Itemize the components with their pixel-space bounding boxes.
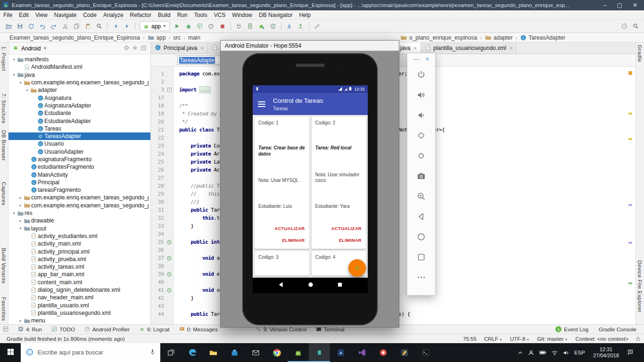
breadcrumb-item[interactable]: o_plano_enrique_espinosa: [400, 34, 477, 41]
android-emulator-icon[interactable]: [309, 343, 330, 362]
attach-icon[interactable]: [233, 21, 245, 32]
tree-item[interactable]: </>app_bar_main.xml: [8, 271, 150, 278]
network-icon[interactable]: [552, 350, 558, 355]
tree-item[interactable]: CtareasFragmento: [8, 186, 150, 194]
breadcrumb-item[interactable]: main: [188, 34, 200, 41]
copy-icon[interactable]: [71, 21, 82, 32]
tree-item[interactable]: CPrincipal: [8, 179, 150, 186]
project-view-selector[interactable]: Android: [21, 45, 41, 52]
paste-icon[interactable]: [82, 21, 93, 32]
breadcrumb-item[interactable]: CTareasAdapter: [520, 34, 565, 41]
tree-item[interactable]: CAsignatura: [8, 94, 150, 101]
people-icon[interactable]: [528, 350, 534, 356]
tool-window-button-android-profiler[interactable]: Android Profiler: [84, 326, 130, 333]
avd-icon[interactable]: [245, 21, 256, 32]
back-button[interactable]: [278, 281, 284, 289]
stripe-mark[interactable]: [628, 242, 632, 244]
emulator-screenshot-button[interactable]: [407, 166, 435, 186]
tree-expand-arrow-icon[interactable]: ▾: [11, 73, 17, 77]
run-icon[interactable]: [172, 21, 183, 32]
emulator-rotate-left-button[interactable]: [407, 125, 435, 146]
tree-item[interactable]: ▾java: [8, 71, 150, 79]
design-tool-icon[interactable]: [394, 343, 415, 362]
language-indicator[interactable]: ESP: [574, 350, 585, 355]
tree-item[interactable]: ▾manifests: [8, 56, 150, 63]
close-icon[interactable]: ✕: [633, 2, 637, 8]
emulator-zoom-button[interactable]: [407, 186, 435, 206]
tree-item[interactable]: ▾res: [8, 209, 150, 217]
tree-collapse-arrow-icon[interactable]: ▸: [18, 319, 23, 323]
tree-item[interactable]: </>content_main.xml: [8, 279, 150, 286]
menu-item-view[interactable]: View: [32, 10, 51, 19]
search-icon[interactable]: [630, 21, 641, 32]
tool-window-button-0-messages[interactable]: 0: Messages: [179, 326, 218, 333]
phone-screen[interactable]: 12:31 Control de Tareas Tareas Codigo: 1…: [253, 85, 368, 293]
task-card[interactable]: Codigo: 2Tarea: Red localNota: Usar simu…: [312, 117, 366, 249]
tree-item[interactable]: </>activity_principal.xml: [8, 247, 150, 255]
tool-window-button-gradle-console[interactable]: Gradle Console: [599, 327, 636, 332]
sdk-icon[interactable]: [256, 21, 267, 32]
app-navy-icon[interactable]: [330, 343, 351, 362]
task-card[interactable]: Codigo: 1Tarea: Crear base de datosNota:…: [255, 117, 309, 249]
status-widget-75-55[interactable]: 75:55: [463, 336, 477, 342]
status-widget-git-master[interactable]: Git: master▼: [537, 336, 568, 342]
tree-item[interactable]: CUsuarioAdapter: [8, 148, 150, 156]
open-icon[interactable]: [3, 21, 14, 32]
tool-window-tab-gradle[interactable]: Gradle: [637, 45, 643, 62]
tree-expand-arrow-icon[interactable]: ▾: [18, 81, 23, 85]
tree-item[interactable]: CAsignaturaAdapter: [8, 102, 150, 109]
tree-item[interactable]: </>activity_prueba.xml: [8, 255, 150, 263]
app-red-icon[interactable]: [372, 343, 394, 362]
tool-window-tab-captures[interactable]: Captures: [1, 182, 7, 206]
menu-item-refactor[interactable]: Refactor: [127, 10, 155, 19]
tree-item[interactable]: ▸menu: [8, 317, 150, 324]
tree-expand-arrow-icon[interactable]: ▾: [18, 226, 23, 230]
menu-item-tools[interactable]: Tools: [191, 10, 211, 19]
android-studio-icon[interactable]: [288, 343, 309, 362]
tree-item[interactable]: ▸com.example.enriq.examen_tareas_segundo…: [8, 194, 150, 201]
emulator-home-button[interactable]: [407, 227, 435, 247]
tool-window-button-todo[interactable]: TODO: [51, 326, 75, 333]
close-icon[interactable]: ×: [200, 45, 203, 51]
editor-tab-Principal-java[interactable]: CPrincipal.java×: [151, 42, 208, 54]
emulator-overview-button[interactable]: [407, 247, 435, 267]
tree-item[interactable]: </>plantilla_usuariosegundo.xml: [8, 309, 150, 317]
stripe-mark[interactable]: [628, 204, 632, 206]
error-stripe[interactable]: [628, 66, 633, 324]
tree-item[interactable]: CUsuario: [8, 140, 150, 148]
notification-center-icon[interactable]: [627, 349, 634, 357]
debug-icon[interactable]: [183, 21, 194, 32]
tree-item[interactable]: </>activity_estudiantes.xml: [8, 232, 150, 240]
breadcrumb-item[interactable]: adapter: [485, 34, 513, 41]
file-explorer-icon[interactable]: [203, 343, 224, 362]
gear-icon[interactable]: [132, 45, 138, 52]
start-button[interactable]: [0, 343, 21, 362]
override-marker-icon[interactable]: [167, 288, 172, 293]
menu-item-window[interactable]: Window: [229, 10, 256, 19]
emulator-volume-up-button[interactable]: [407, 85, 435, 105]
emulator-titlebar[interactable]: Android Emulator - Hope:5554: [221, 41, 399, 51]
tree-item[interactable]: CMainActivity: [8, 171, 150, 178]
tree-item[interactable]: CestudiantesFragmento: [8, 163, 150, 171]
tool-window-button-4-run[interactable]: 4: Run: [18, 326, 42, 333]
tree-item[interactable]: </>activity_tareas.xml: [8, 263, 150, 271]
menu-item-vcs[interactable]: VCS: [211, 10, 229, 19]
taskbar-search-input[interactable]: Escribe aquí para buscar: [21, 343, 160, 362]
forward-icon[interactable]: [121, 21, 132, 32]
undo-icon[interactable]: [37, 21, 48, 32]
stripe-mark[interactable]: [628, 138, 632, 140]
tree-item[interactable]: ▸drawable: [8, 217, 150, 224]
breadcrumb-item[interactable]: app: [148, 34, 166, 41]
minimize-icon[interactable]: –: [603, 2, 607, 8]
breadcrumb-item[interactable]: src: [173, 34, 181, 41]
tool-window-switcher-icon[interactable]: [3, 326, 8, 333]
fold-expand-icon[interactable]: +: [167, 88, 172, 92]
emulator-rotate-right-button[interactable]: [407, 146, 435, 166]
edge-icon[interactable]: [182, 343, 203, 362]
override-marker-icon[interactable]: [167, 272, 172, 277]
add-fab[interactable]: +: [348, 259, 366, 277]
emulator-back-button[interactable]: [407, 206, 435, 227]
emulator-more-button[interactable]: [407, 267, 435, 288]
tree-item[interactable]: CEstudianteAdapter: [8, 117, 150, 124]
store-icon[interactable]: [224, 343, 245, 362]
